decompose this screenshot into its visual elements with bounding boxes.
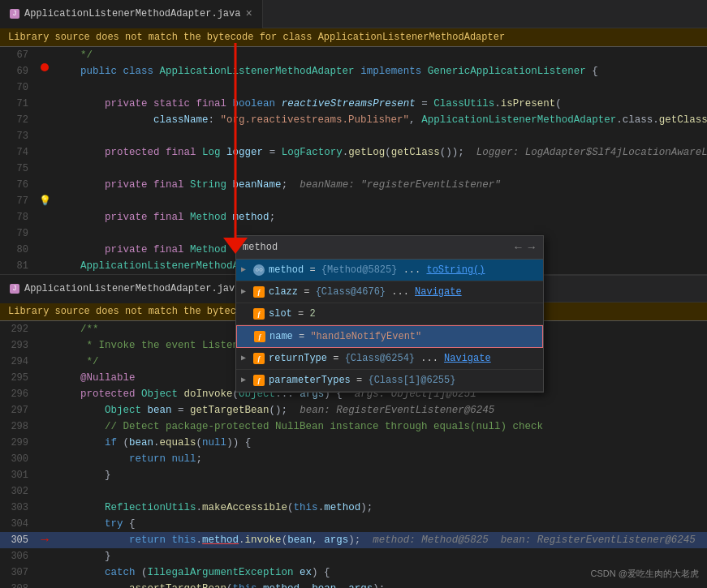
popup-row-name[interactable]: f name = "handleNotifyEvent" — [236, 325, 543, 348]
line-num-292: 292 — [0, 321, 37, 337]
bulb-icon-77: 💡 — [39, 193, 51, 209]
code-line-302: 302 — [0, 483, 707, 500]
line-content-306: } — [53, 548, 707, 564]
line-num-77: 77 — [0, 193, 37, 209]
popup-nav-forward[interactable]: → — [527, 239, 537, 255]
line-num-71: 71 — [0, 96, 37, 112]
line-num-80: 80 — [0, 242, 37, 258]
line-num-308: 308 — [0, 581, 37, 588]
warning-text-top: Library source does not match the byteco… — [8, 32, 505, 43]
expand-arrow-returntype: ▶ — [241, 350, 251, 367]
line-num-304: 304 — [0, 516, 37, 532]
line-content-300: return null; — [53, 451, 707, 467]
line-num-300: 300 — [0, 451, 37, 467]
popup-row-clazz[interactable]: ▶ f clazz = {Class@4676} ... Navigate — [236, 281, 543, 303]
code-line-306: 306 } — [0, 548, 707, 564]
code-line-308: 308 assertTargetBean(this.method, bean, … — [0, 581, 707, 588]
line-content-301: } — [53, 467, 707, 483]
line-gutter-69 — [37, 63, 53, 71]
line-num-296: 296 — [0, 386, 37, 402]
code-line-70: 70 — [0, 79, 707, 96]
line-num-295: 295 — [0, 370, 37, 386]
icon-f-slot: f — [253, 308, 265, 320]
line-num-75: 75 — [0, 161, 37, 177]
code-line-74: 74 protected final Log logger = LogFacto… — [0, 144, 707, 161]
line-num-72: 72 — [0, 112, 37, 128]
popup-row-returntype[interactable]: ▶ f returnType = {Class@6254} ... Naviga… — [236, 348, 543, 370]
code-line-72: 72 className: "org.reactivestreams.Publi… — [0, 112, 707, 128]
warning-bar-top: Library source does not match the byteco… — [0, 28, 707, 47]
line-num-78: 78 — [0, 209, 37, 225]
line-content-74: protected final Log logger = LogFactory.… — [53, 144, 707, 161]
line-num-297: 297 — [0, 402, 37, 418]
code-line-301: 301 } — [0, 467, 707, 483]
debug-popup: method ← → ▶ ○○ method = {Method@5825} .… — [235, 235, 544, 393]
popup-row-text-slot: slot = 2 — [269, 306, 316, 322]
code-line-69: 69 public class ApplicationListenerMetho… — [0, 63, 707, 79]
line-content-297: Object bean = getTargetBean(); bean: Reg… — [53, 402, 707, 418]
line-num-307: 307 — [0, 564, 37, 581]
line-content-305: return this.method.invoke(bean, args); m… — [53, 532, 707, 548]
tab-bar: J ApplicationListenerMethodAdapter.java … — [0, 0, 707, 28]
line-content-76: private final String beanName; beanName:… — [53, 177, 707, 193]
line-num-67: 67 — [0, 47, 37, 63]
popup-row-text-returntype: returnType = {Class@6254} ... Navigate — [269, 350, 491, 367]
line-num-298: 298 — [0, 418, 37, 435]
popup-row-method[interactable]: ▶ ○○ method = {Method@5825} ... toString… — [236, 260, 543, 281]
code-line-300: 300 return null; — [0, 451, 707, 467]
bottom-tab[interactable]: J ApplicationListenerMethodAdapter.java — [0, 275, 251, 303]
expand-arrow-clazz: ▶ — [241, 284, 251, 300]
popup-title: method — [243, 239, 278, 255]
popup-nav: ← → — [513, 239, 537, 255]
code-line-76: 76 private final String beanName; beanNa… — [0, 177, 707, 193]
tab-label: ApplicationListenerMethodAdapter.java — [24, 8, 240, 19]
line-content-299: if (bean.equals(null)) { — [53, 435, 707, 451]
icon-f-clazz: f — [253, 286, 265, 298]
tab-file[interactable]: J ApplicationListenerMethodAdapter.java … — [0, 0, 263, 28]
line-num-73: 73 — [0, 128, 37, 144]
code-line-297: 297 Object bean = getTargetBean(); bean:… — [0, 402, 707, 418]
line-num-76: 76 — [0, 177, 37, 193]
watermark: CSDN @爱吃生肉的大老虎 — [591, 568, 699, 580]
breakpoint-69 — [41, 63, 49, 71]
line-content-298: // Detect package-protected NullBean ins… — [53, 418, 707, 435]
code-line-67: 67 */ — [0, 47, 707, 63]
code-line-304: 304 try { — [0, 516, 707, 532]
close-tab-button[interactable]: × — [245, 7, 252, 20]
expand-arrow-method: ▶ — [241, 262, 251, 278]
popup-row-slot[interactable]: f slot = 2 — [236, 303, 543, 325]
line-gutter-305: → — [37, 532, 53, 548]
bottom-tab-label: ApplicationListenerMethodAdapter.java — [24, 283, 240, 294]
code-line-303: 303 ReflectionUtils.makeAccessible(this.… — [0, 500, 707, 516]
popup-row-text-parametertypes: parameterTypes = {Class[1]@6255} — [269, 372, 455, 388]
code-line-305: 305 → return this.method.invoke(bean, ar… — [0, 532, 707, 548]
line-content-71: private static final boolean reactiveStr… — [53, 96, 707, 112]
icon-f-parametertypes: f — [253, 375, 265, 386]
line-num-81: 81 — [0, 258, 37, 274]
line-content-72: className: "org.reactivestreams.Publishe… — [53, 112, 707, 128]
line-content-78: private final Method method; — [53, 209, 707, 225]
line-content-69: public class ApplicationListenerMethodAd… — [53, 63, 707, 79]
popup-row-parametertypes[interactable]: ▶ f parameterTypes = {Class[1]@6255} — [236, 370, 543, 392]
popup-row-text-name: name = "handleNotifyEvent" — [269, 328, 421, 345]
icon-f-name: f — [254, 331, 265, 342]
line-num-305: 305 — [0, 532, 37, 548]
line-num-302: 302 — [0, 483, 37, 500]
expand-arrow-parametertypes: ▶ — [241, 372, 251, 388]
line-num-303: 303 — [0, 500, 37, 516]
line-content-308: assertTargetBean(this.method, bean, args… — [53, 581, 707, 588]
line-num-69: 69 — [0, 63, 37, 79]
line-num-306: 306 — [0, 548, 37, 564]
popup-nav-back[interactable]: ← — [513, 239, 523, 255]
code-line-299: 299 if (bean.equals(null)) { — [0, 435, 707, 451]
code-line-298: 298 // Detect package-protected NullBean… — [0, 418, 707, 435]
tab-icon: J — [10, 9, 19, 19]
popup-header: method ← → — [236, 236, 543, 260]
line-content-304: try { — [53, 516, 707, 532]
code-line-71: 71 private static final boolean reactive… — [0, 96, 707, 112]
line-num-299: 299 — [0, 435, 37, 451]
line-content-67: */ — [53, 47, 707, 63]
line-num-301: 301 — [0, 467, 37, 483]
line-num-70: 70 — [0, 79, 37, 96]
line-gutter-77: 💡 — [37, 193, 53, 209]
